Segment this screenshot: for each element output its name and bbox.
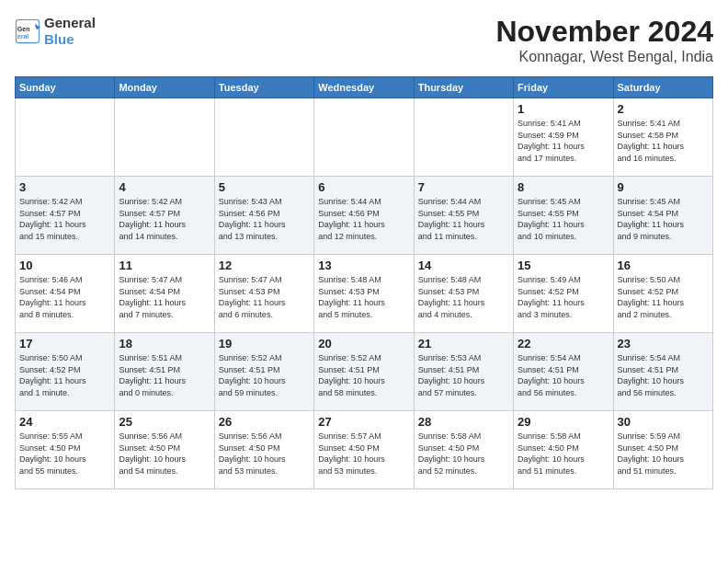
day-info: Sunrise: 5:56 AM Sunset: 4:50 PM Dayligh… [219, 431, 310, 477]
calendar-cell: 12Sunrise: 5:47 AM Sunset: 4:53 PM Dayli… [214, 255, 313, 333]
day-info: Sunrise: 5:50 AM Sunset: 4:52 PM Dayligh… [618, 274, 709, 320]
weekday-header-thursday: Thursday [414, 77, 513, 98]
day-info: Sunrise: 5:53 AM Sunset: 4:51 PM Dayligh… [418, 352, 509, 398]
calendar-table: SundayMondayTuesdayWednesdayThursdayFrid… [15, 76, 713, 489]
calendar-cell: 20Sunrise: 5:52 AM Sunset: 4:51 PM Dayli… [314, 333, 414, 411]
day-number: 9 [618, 180, 709, 194]
calendar-cell: 15Sunrise: 5:49 AM Sunset: 4:52 PM Dayli… [514, 255, 613, 333]
calendar-cell: 30Sunrise: 5:59 AM Sunset: 4:50 PM Dayli… [613, 411, 712, 489]
day-info: Sunrise: 5:48 AM Sunset: 4:53 PM Dayligh… [318, 274, 409, 320]
day-number: 12 [219, 259, 310, 272]
logo: Gen eral General Blue [15, 15, 96, 48]
calendar-cell: 14Sunrise: 5:48 AM Sunset: 4:53 PM Dayli… [414, 255, 513, 333]
day-info: Sunrise: 5:56 AM Sunset: 4:50 PM Dayligh… [119, 431, 210, 477]
day-info: Sunrise: 5:44 AM Sunset: 4:56 PM Dayligh… [318, 196, 409, 242]
week-row-2: 3Sunrise: 5:42 AM Sunset: 4:57 PM Daylig… [16, 177, 713, 255]
calendar-cell: 3Sunrise: 5:42 AM Sunset: 4:57 PM Daylig… [16, 177, 115, 255]
day-number: 15 [518, 259, 609, 272]
day-number: 5 [219, 180, 310, 194]
day-info: Sunrise: 5:50 AM Sunset: 4:52 PM Dayligh… [19, 352, 110, 398]
calendar-cell: 23Sunrise: 5:54 AM Sunset: 4:51 PM Dayli… [613, 333, 712, 411]
page-header: Gen eral General Blue November 2024 Konn… [15, 15, 713, 65]
day-number: 24 [19, 415, 110, 429]
day-info: Sunrise: 5:55 AM Sunset: 4:50 PM Dayligh… [19, 431, 110, 477]
day-info: Sunrise: 5:59 AM Sunset: 4:50 PM Dayligh… [618, 431, 709, 477]
day-number: 3 [19, 180, 110, 194]
calendar-cell: 26Sunrise: 5:56 AM Sunset: 4:50 PM Dayli… [214, 411, 313, 489]
day-number: 16 [618, 259, 709, 272]
svg-text:Gen: Gen [17, 26, 30, 32]
calendar-cell: 17Sunrise: 5:50 AM Sunset: 4:52 PM Dayli… [16, 333, 115, 411]
calendar-cell [414, 98, 513, 177]
week-row-3: 10Sunrise: 5:46 AM Sunset: 4:54 PM Dayli… [16, 255, 713, 333]
weekday-header-monday: Monday [115, 77, 214, 98]
day-number: 1 [518, 102, 609, 116]
day-info: Sunrise: 5:57 AM Sunset: 4:50 PM Dayligh… [318, 431, 409, 477]
day-number: 30 [618, 415, 709, 429]
month-title: November 2024 [495, 15, 713, 49]
day-number: 7 [418, 180, 509, 194]
calendar-cell: 16Sunrise: 5:50 AM Sunset: 4:52 PM Dayli… [613, 255, 712, 333]
calendar-cell [115, 98, 214, 177]
calendar-cell [16, 98, 115, 177]
weekday-header-friday: Friday [514, 77, 613, 98]
day-number: 17 [19, 337, 110, 350]
calendar-cell: 27Sunrise: 5:57 AM Sunset: 4:50 PM Dayli… [314, 411, 414, 489]
calendar-cell: 22Sunrise: 5:54 AM Sunset: 4:51 PM Dayli… [514, 333, 613, 411]
calendar-cell: 7Sunrise: 5:44 AM Sunset: 4:55 PM Daylig… [414, 177, 513, 255]
day-number: 6 [318, 180, 409, 194]
day-info: Sunrise: 5:52 AM Sunset: 4:51 PM Dayligh… [318, 352, 409, 398]
day-info: Sunrise: 5:45 AM Sunset: 4:55 PM Dayligh… [518, 196, 609, 242]
day-number: 22 [518, 337, 609, 350]
day-number: 29 [518, 415, 609, 429]
day-number: 21 [418, 337, 509, 350]
title-area: November 2024 Konnagar, West Bengal, Ind… [495, 15, 713, 65]
calendar-cell: 13Sunrise: 5:48 AM Sunset: 4:53 PM Dayli… [314, 255, 414, 333]
calendar-cell: 19Sunrise: 5:52 AM Sunset: 4:51 PM Dayli… [214, 333, 313, 411]
week-row-5: 24Sunrise: 5:55 AM Sunset: 4:50 PM Dayli… [16, 411, 713, 489]
day-info: Sunrise: 5:41 AM Sunset: 4:59 PM Dayligh… [518, 118, 609, 164]
day-number: 13 [318, 259, 409, 272]
svg-text:eral: eral [17, 33, 29, 40]
day-number: 11 [119, 259, 210, 272]
calendar-cell: 18Sunrise: 5:51 AM Sunset: 4:51 PM Dayli… [115, 333, 214, 411]
calendar-cell: 28Sunrise: 5:58 AM Sunset: 4:50 PM Dayli… [414, 411, 513, 489]
calendar-cell: 1Sunrise: 5:41 AM Sunset: 4:59 PM Daylig… [514, 98, 613, 177]
calendar-cell: 29Sunrise: 5:58 AM Sunset: 4:50 PM Dayli… [514, 411, 613, 489]
logo-text: General Blue [44, 15, 96, 48]
calendar-cell: 25Sunrise: 5:56 AM Sunset: 4:50 PM Dayli… [115, 411, 214, 489]
day-info: Sunrise: 5:54 AM Sunset: 4:51 PM Dayligh… [618, 352, 709, 398]
day-info: Sunrise: 5:58 AM Sunset: 4:50 PM Dayligh… [518, 431, 609, 477]
weekday-header-sunday: Sunday [16, 77, 115, 98]
day-info: Sunrise: 5:54 AM Sunset: 4:51 PM Dayligh… [518, 352, 609, 398]
calendar-cell: 24Sunrise: 5:55 AM Sunset: 4:50 PM Dayli… [16, 411, 115, 489]
day-info: Sunrise: 5:49 AM Sunset: 4:52 PM Dayligh… [518, 274, 609, 320]
calendar-cell: 21Sunrise: 5:53 AM Sunset: 4:51 PM Dayli… [414, 333, 513, 411]
day-number: 18 [119, 337, 210, 350]
day-number: 25 [119, 415, 210, 429]
day-number: 8 [518, 180, 609, 194]
day-info: Sunrise: 5:51 AM Sunset: 4:51 PM Dayligh… [119, 352, 210, 398]
day-info: Sunrise: 5:42 AM Sunset: 4:57 PM Dayligh… [19, 196, 110, 242]
day-number: 14 [418, 259, 509, 272]
week-row-4: 17Sunrise: 5:50 AM Sunset: 4:52 PM Dayli… [16, 333, 713, 411]
day-info: Sunrise: 5:45 AM Sunset: 4:54 PM Dayligh… [618, 196, 709, 242]
calendar-cell: 10Sunrise: 5:46 AM Sunset: 4:54 PM Dayli… [16, 255, 115, 333]
calendar-cell: 9Sunrise: 5:45 AM Sunset: 4:54 PM Daylig… [613, 177, 712, 255]
day-number: 26 [219, 415, 310, 429]
day-info: Sunrise: 5:47 AM Sunset: 4:54 PM Dayligh… [119, 274, 210, 320]
calendar-cell [214, 98, 313, 177]
weekday-header-wednesday: Wednesday [314, 77, 414, 98]
weekday-header-tuesday: Tuesday [214, 77, 313, 98]
calendar-cell: 2Sunrise: 5:41 AM Sunset: 4:58 PM Daylig… [613, 98, 712, 177]
weekday-header-row: SundayMondayTuesdayWednesdayThursdayFrid… [16, 77, 713, 98]
day-number: 20 [318, 337, 409, 350]
week-row-1: 1Sunrise: 5:41 AM Sunset: 4:59 PM Daylig… [16, 98, 713, 177]
day-number: 28 [418, 415, 509, 429]
logo-icon: Gen eral [15, 18, 40, 44]
day-info: Sunrise: 5:42 AM Sunset: 4:57 PM Dayligh… [119, 196, 210, 242]
day-info: Sunrise: 5:48 AM Sunset: 4:53 PM Dayligh… [418, 274, 509, 320]
calendar-cell: 5Sunrise: 5:43 AM Sunset: 4:56 PM Daylig… [214, 177, 313, 255]
day-info: Sunrise: 5:52 AM Sunset: 4:51 PM Dayligh… [219, 352, 310, 398]
day-info: Sunrise: 5:46 AM Sunset: 4:54 PM Dayligh… [19, 274, 110, 320]
